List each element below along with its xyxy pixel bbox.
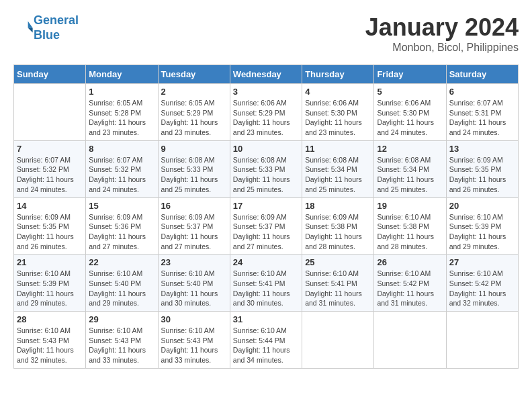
day-number: 20	[449, 201, 515, 211]
day-info: Sunrise: 6:10 AMSunset: 5:39 PMDaylight:…	[17, 269, 83, 308]
day-number: 1	[89, 87, 154, 97]
day-number: 16	[161, 201, 227, 211]
calendar-cell: 28Sunrise: 6:10 AMSunset: 5:43 PMDayligh…	[14, 312, 86, 369]
calendar-week-row: 21Sunrise: 6:10 AMSunset: 5:39 PMDayligh…	[14, 255, 519, 312]
logo-icon	[15, 17, 34, 36]
day-number: 10	[233, 144, 299, 154]
day-info: Sunrise: 6:10 AMSunset: 5:43 PMDaylight:…	[161, 326, 227, 365]
day-info: Sunrise: 6:06 AMSunset: 5:29 PMDaylight:…	[233, 98, 299, 138]
day-number: 24	[233, 257, 299, 267]
day-info: Sunrise: 6:09 AMSunset: 5:36 PMDaylight:…	[89, 212, 154, 252]
day-info: Sunrise: 6:06 AMSunset: 5:30 PMDaylight:…	[377, 98, 443, 138]
day-info: Sunrise: 6:05 AMSunset: 5:29 PMDaylight:…	[161, 98, 227, 138]
calendar-cell: 15Sunrise: 6:09 AMSunset: 5:36 PMDayligh…	[86, 197, 158, 255]
day-info: Sunrise: 6:10 AMSunset: 5:38 PMDaylight:…	[377, 212, 443, 252]
day-info: Sunrise: 6:07 AMSunset: 5:32 PMDaylight:…	[89, 155, 154, 195]
day-info: Sunrise: 6:08 AMSunset: 5:34 PMDaylight:…	[305, 155, 371, 195]
calendar-cell: 24Sunrise: 6:10 AMSunset: 5:41 PMDayligh…	[230, 255, 302, 312]
day-number: 5	[377, 87, 443, 97]
calendar-cell: 13Sunrise: 6:09 AMSunset: 5:35 PMDayligh…	[446, 140, 518, 197]
calendar-cell: 27Sunrise: 6:10 AMSunset: 5:42 PMDayligh…	[446, 255, 518, 312]
day-info: Sunrise: 6:07 AMSunset: 5:31 PMDaylight:…	[449, 98, 515, 138]
calendar-cell: 11Sunrise: 6:08 AMSunset: 5:34 PMDayligh…	[302, 140, 374, 197]
day-info: Sunrise: 6:10 AMSunset: 5:43 PMDaylight:…	[89, 326, 154, 365]
day-info: Sunrise: 6:10 AMSunset: 5:42 PMDaylight:…	[377, 269, 443, 308]
calendar-cell: 5Sunrise: 6:06 AMSunset: 5:30 PMDaylight…	[374, 84, 446, 141]
calendar-cell: 20Sunrise: 6:10 AMSunset: 5:39 PMDayligh…	[446, 197, 518, 255]
day-number: 31	[233, 314, 299, 324]
day-info: Sunrise: 6:10 AMSunset: 5:40 PMDaylight:…	[161, 269, 227, 308]
calendar-cell: 31Sunrise: 6:10 AMSunset: 5:44 PMDayligh…	[230, 312, 302, 369]
day-info: Sunrise: 6:05 AMSunset: 5:28 PMDaylight:…	[89, 98, 154, 138]
svg-marker-0	[28, 21, 33, 28]
calendar-cell: 6Sunrise: 6:07 AMSunset: 5:31 PMDaylight…	[446, 84, 518, 141]
day-number: 13	[449, 144, 515, 154]
day-info: Sunrise: 6:09 AMSunset: 5:35 PMDaylight:…	[17, 212, 83, 252]
day-number: 14	[17, 201, 83, 211]
weekday-header-saturday: Saturday	[446, 65, 518, 84]
day-number: 9	[161, 144, 227, 154]
calendar-cell: 8Sunrise: 6:07 AMSunset: 5:32 PMDaylight…	[86, 140, 158, 197]
calendar-cell: 10Sunrise: 6:08 AMSunset: 5:33 PMDayligh…	[230, 140, 302, 197]
day-number: 3	[233, 87, 299, 97]
calendar-cell: 2Sunrise: 6:05 AMSunset: 5:29 PMDaylight…	[158, 84, 230, 141]
weekday-header-tuesday: Tuesday	[158, 65, 230, 84]
calendar-cell: 25Sunrise: 6:10 AMSunset: 5:41 PMDayligh…	[302, 255, 374, 312]
day-info: Sunrise: 6:09 AMSunset: 5:35 PMDaylight:…	[449, 155, 515, 195]
weekday-header-thursday: Thursday	[302, 65, 374, 84]
day-number: 30	[161, 314, 227, 324]
calendar-cell: 30Sunrise: 6:10 AMSunset: 5:43 PMDayligh…	[158, 312, 230, 369]
calendar-cell: 18Sunrise: 6:09 AMSunset: 5:38 PMDayligh…	[302, 197, 374, 255]
calendar-cell	[302, 312, 374, 369]
day-number: 25	[305, 257, 371, 267]
day-number: 29	[89, 314, 154, 324]
day-number: 12	[377, 144, 443, 154]
day-info: Sunrise: 6:07 AMSunset: 5:32 PMDaylight:…	[17, 155, 83, 195]
day-number: 8	[89, 144, 154, 154]
calendar-cell: 1Sunrise: 6:05 AMSunset: 5:28 PMDaylight…	[86, 84, 158, 141]
title-block: January 2024 Monbon, Bicol, Philippines	[365, 13, 519, 54]
calendar-cell: 23Sunrise: 6:10 AMSunset: 5:40 PMDayligh…	[158, 255, 230, 312]
day-info: Sunrise: 6:10 AMSunset: 5:43 PMDaylight:…	[17, 326, 83, 365]
day-info: Sunrise: 6:10 AMSunset: 5:41 PMDaylight:…	[233, 269, 299, 308]
day-info: Sunrise: 6:08 AMSunset: 5:33 PMDaylight:…	[233, 155, 299, 195]
calendar-cell: 14Sunrise: 6:09 AMSunset: 5:35 PMDayligh…	[14, 197, 86, 255]
day-number: 26	[377, 257, 443, 267]
calendar-cell: 26Sunrise: 6:10 AMSunset: 5:42 PMDayligh…	[374, 255, 446, 312]
calendar-cell: 21Sunrise: 6:10 AMSunset: 5:39 PMDayligh…	[14, 255, 86, 312]
weekday-header-row: SundayMondayTuesdayWednesdayThursdayFrid…	[14, 65, 519, 84]
weekday-header-friday: Friday	[374, 65, 446, 84]
weekday-header-sunday: Sunday	[14, 65, 86, 84]
day-number: 23	[161, 257, 227, 267]
day-info: Sunrise: 6:10 AMSunset: 5:40 PMDaylight:…	[89, 269, 154, 308]
day-info: Sunrise: 6:09 AMSunset: 5:37 PMDaylight:…	[233, 212, 299, 252]
month-year-title: January 2024	[365, 13, 519, 42]
calendar-cell	[374, 312, 446, 369]
calendar-cell: 16Sunrise: 6:09 AMSunset: 5:37 PMDayligh…	[158, 197, 230, 255]
calendar-cell: 19Sunrise: 6:10 AMSunset: 5:38 PMDayligh…	[374, 197, 446, 255]
day-number: 17	[233, 201, 299, 211]
calendar-week-row: 7Sunrise: 6:07 AMSunset: 5:32 PMDaylight…	[14, 140, 519, 197]
page-header: General Blue January 2024 Monbon, Bicol,…	[13, 13, 519, 54]
day-info: Sunrise: 6:09 AMSunset: 5:38 PMDaylight:…	[305, 212, 371, 252]
logo-text: General Blue	[34, 13, 79, 42]
logo: General Blue	[13, 13, 79, 42]
day-info: Sunrise: 6:08 AMSunset: 5:33 PMDaylight:…	[161, 155, 227, 195]
day-number: 11	[305, 144, 371, 154]
day-info: Sunrise: 6:08 AMSunset: 5:34 PMDaylight:…	[377, 155, 443, 195]
day-number: 22	[89, 257, 154, 267]
calendar-cell	[14, 84, 86, 141]
day-number: 6	[449, 87, 515, 97]
day-info: Sunrise: 6:10 AMSunset: 5:42 PMDaylight:…	[449, 269, 515, 308]
day-number: 28	[17, 314, 83, 324]
calendar-cell: 17Sunrise: 6:09 AMSunset: 5:37 PMDayligh…	[230, 197, 302, 255]
day-info: Sunrise: 6:10 AMSunset: 5:41 PMDaylight:…	[305, 269, 371, 308]
location-subtitle: Monbon, Bicol, Philippines	[365, 42, 519, 54]
day-info: Sunrise: 6:10 AMSunset: 5:39 PMDaylight:…	[449, 212, 515, 252]
day-info: Sunrise: 6:10 AMSunset: 5:44 PMDaylight:…	[233, 326, 299, 365]
day-number: 15	[89, 201, 154, 211]
day-number: 27	[449, 257, 515, 267]
calendar-cell: 7Sunrise: 6:07 AMSunset: 5:32 PMDaylight…	[14, 140, 86, 197]
calendar-cell: 29Sunrise: 6:10 AMSunset: 5:43 PMDayligh…	[86, 312, 158, 369]
day-number: 19	[377, 201, 443, 211]
